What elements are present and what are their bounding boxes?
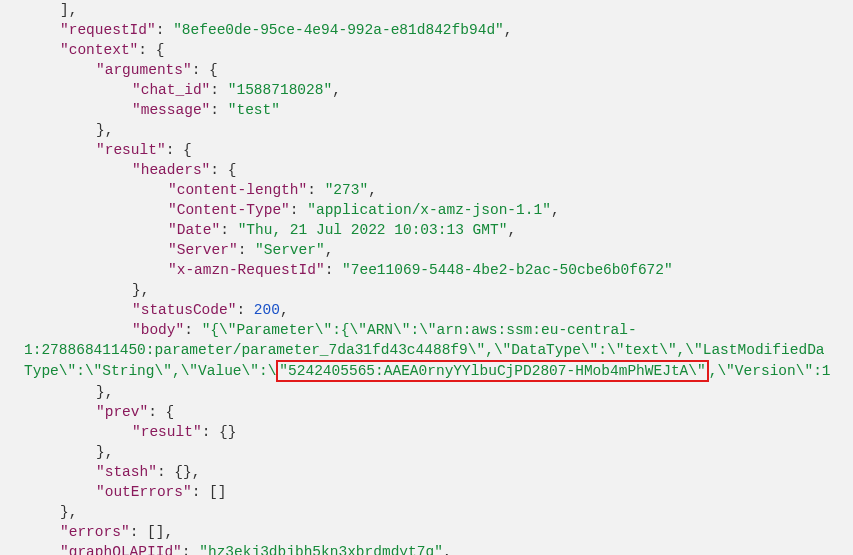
- json-message: "message": "test": [132, 100, 853, 120]
- json-body-line2: 1:278868411450:parameter/parameter_7da31…: [24, 340, 853, 360]
- json-result-close: },: [96, 382, 853, 402]
- json-chat-id: "chat_id": "1588718028",: [132, 80, 853, 100]
- json-prev-close: },: [96, 442, 853, 462]
- json-arguments-open: "arguments": {: [96, 60, 853, 80]
- json-context-open: "context": {: [60, 40, 853, 60]
- json-server: "Server": "Server",: [168, 240, 853, 260]
- json-headers-open: "headers": {: [132, 160, 853, 180]
- json-statuscode: "statusCode": 200,: [132, 300, 853, 320]
- json-graphqlapi: "graphQLAPIId": "hz3ekj3dbjbh5kn3xbrdmdy…: [60, 542, 853, 555]
- json-prev-result: "result": {}: [132, 422, 853, 442]
- json-result-open: "result": {: [96, 140, 853, 160]
- json-body-line3: Type\":\"String\",\"Value\":\"5242405565…: [24, 360, 853, 382]
- json-date: "Date": "Thu, 21 Jul 2022 10:03:13 GMT",: [168, 220, 853, 240]
- json-content-type: "Content-Type": "application/x-amz-json-…: [168, 200, 853, 220]
- json-context-close: },: [60, 502, 853, 522]
- json-requestId: "requestId": "8efee0de-95ce-4e94-992a-e8…: [60, 20, 853, 40]
- json-close-array: ],: [60, 0, 853, 20]
- json-outerrors: "outErrors": []: [96, 482, 853, 502]
- json-content-length: "content-length": "273",: [168, 180, 853, 200]
- json-stash: "stash": {},: [96, 462, 853, 482]
- json-prev-open: "prev": {: [96, 402, 853, 422]
- json-body-line1: "body": "{\"Parameter\":{\"ARN\":\"arn:a…: [132, 320, 853, 340]
- json-headers-close: },: [132, 280, 853, 300]
- json-xamzn-requestid: "x-amzn-RequestId": "7ee11069-5448-4be2-…: [168, 260, 853, 280]
- json-errors: "errors": [],: [60, 522, 853, 542]
- highlighted-secret: "5242405565:AAEA0rnyYYlbuCjPD2807-HMob4m…: [276, 360, 708, 382]
- json-arguments-close: },: [96, 120, 853, 140]
